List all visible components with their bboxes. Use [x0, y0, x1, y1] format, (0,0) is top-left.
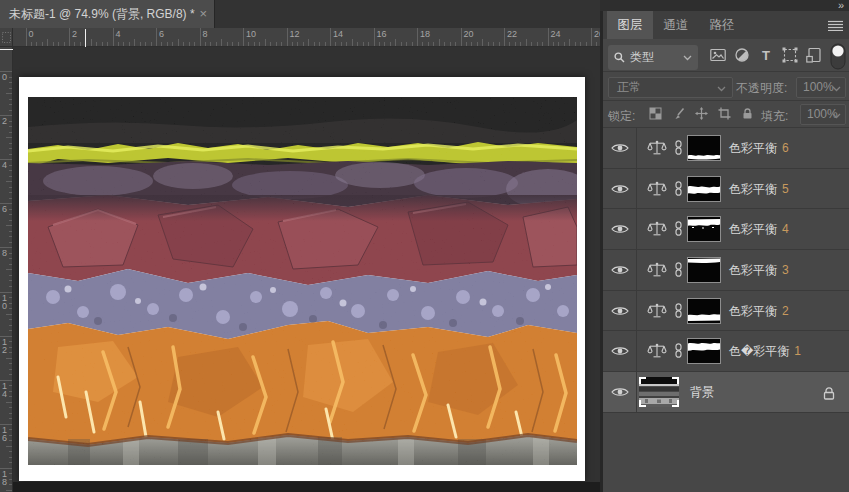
layer-mask-thumbnail[interactable] — [688, 136, 720, 160]
background-lock-icon[interactable] — [823, 386, 835, 400]
lock-transparency-icon[interactable] — [649, 107, 662, 120]
link-mask-icon[interactable] — [674, 181, 683, 196]
document-title: 未标题-1 @ 74.9% (背景, RGB/8) * — [9, 7, 195, 21]
document-tab[interactable]: 未标题-1 @ 74.9% (背景, RGB/8) * × — [0, 0, 215, 28]
pixel-layer-filter-icon[interactable] — [710, 47, 726, 63]
tab-close-icon[interactable]: × — [199, 0, 207, 28]
color-balance-scale-icon[interactable] — [647, 303, 667, 319]
type-layer-filter-icon[interactable]: T — [758, 47, 774, 63]
visibility-toggle[interactable] — [603, 209, 637, 249]
svg-text:T: T — [762, 48, 770, 63]
opacity-field[interactable]: 100% — [796, 77, 846, 98]
tab-channels[interactable]: 通道 — [653, 11, 699, 39]
link-mask-icon[interactable] — [674, 221, 683, 236]
lock-artboard-icon[interactable] — [718, 107, 731, 120]
link-mask-icon[interactable] — [674, 343, 683, 358]
blend-row: 正常 不透明度: 100% — [603, 72, 849, 101]
ruler-origin-dots-icon — [0, 28, 13, 47]
visibility-toggle[interactable] — [603, 372, 637, 412]
lock-label: 锁定: — [608, 108, 635, 125]
panel-menu-icon[interactable] — [828, 20, 843, 31]
layer-mask-thumbnail[interactable] — [688, 177, 720, 201]
color-balance-scale-icon[interactable] — [647, 221, 667, 237]
document-tabbar: 未标题-1 @ 74.9% (背景, RGB/8) * × — [0, 0, 600, 28]
filter-toggle[interactable] — [830, 43, 846, 70]
lock-all-icon[interactable] — [741, 107, 754, 120]
layer-row-color-balance-1[interactable]: 色�彩平衡1 — [603, 331, 849, 372]
visibility-toggle[interactable] — [603, 250, 637, 290]
background-layer-thumbnail[interactable] — [639, 377, 679, 407]
chevron-down-icon — [717, 86, 726, 92]
smart-object-filter-icon[interactable] — [806, 47, 822, 63]
visibility-toggle[interactable] — [603, 128, 637, 168]
shape-layer-filter-icon[interactable] — [782, 47, 798, 63]
lock-row: 锁定: 填充: 100% — [603, 101, 849, 128]
tab-layers[interactable]: 图层 — [607, 11, 653, 39]
color-balance-scale-icon[interactable] — [647, 262, 667, 278]
layer-filter-row: 类型 T — [603, 39, 849, 72]
fill-label: 填充: — [761, 108, 788, 125]
filter-kind-label: 类型 — [630, 45, 654, 70]
collapse-panel-icon[interactable]: » — [838, 0, 844, 11]
search-icon — [614, 52, 625, 63]
layer-mask-thumbnail[interactable] — [688, 258, 720, 282]
eye-icon — [611, 305, 629, 317]
layer-row-color-balance-5[interactable]: 色彩平衡5 — [603, 169, 849, 210]
ruler-cursor-marker-left — [0, 49, 13, 50]
eye-icon — [611, 264, 629, 276]
visibility-toggle[interactable] — [603, 169, 637, 209]
eye-icon — [611, 223, 629, 235]
eye-icon — [611, 183, 629, 195]
tab-paths[interactable]: 路径 — [699, 11, 745, 39]
ruler-top[interactable]: 02468101214161820222426 — [13, 28, 600, 47]
link-mask-icon[interactable] — [674, 140, 683, 155]
visibility-toggle[interactable] — [603, 331, 637, 371]
color-balance-scale-icon[interactable] — [647, 181, 667, 197]
canvas-bottom-strip — [13, 482, 600, 492]
layer-row-color-balance-4[interactable]: 色彩平衡4 — [603, 209, 849, 250]
layer-mask-thumbnail[interactable] — [688, 339, 720, 363]
lock-position-move-icon[interactable] — [695, 107, 708, 120]
color-balance-scale-icon[interactable] — [647, 343, 667, 359]
layer-name[interactable]: 背景 — [690, 372, 714, 413]
layer-name[interactable]: 色彩平衡3 — [729, 250, 789, 291]
eye-icon — [611, 142, 629, 154]
layer-row-color-balance-2[interactable]: 色彩平衡2 — [603, 291, 849, 332]
layer-row-background[interactable]: 背景 — [603, 372, 849, 413]
fill-field[interactable]: 100% — [800, 104, 846, 125]
ruler-origin-box[interactable] — [0, 28, 13, 47]
layer-name[interactable]: 色彩平衡6 — [729, 128, 789, 169]
link-mask-icon[interactable] — [674, 262, 683, 277]
layer-mask-thumbnail[interactable] — [688, 299, 720, 323]
layer-row-color-balance-3[interactable]: 色彩平衡3 — [603, 250, 849, 291]
ruler-cursor-marker-top — [85, 29, 86, 47]
panel-empty-area — [603, 413, 849, 492]
layer-name[interactable]: 色彩平衡4 — [729, 209, 789, 250]
photoshop-window: 未标题-1 @ 74.9% (背景, RGB/8) * × 0246810121… — [0, 0, 849, 492]
layer-row-color-balance-6[interactable]: 色彩平衡6 — [603, 128, 849, 169]
chevron-down-icon — [683, 55, 692, 61]
visibility-toggle[interactable] — [603, 291, 637, 331]
link-mask-icon[interactable] — [674, 303, 683, 318]
layer-name[interactable]: 色彩平衡5 — [729, 169, 789, 210]
chevron-down-icon — [832, 86, 841, 92]
layer-name[interactable]: 色彩平衡2 — [729, 291, 789, 332]
panel-collapse-strip: » — [600, 0, 849, 11]
opacity-label: 不透明度: — [736, 80, 787, 97]
panel-tabbar: 图层 通道 路径 — [603, 11, 849, 39]
layer-mask-thumbnail[interactable] — [688, 217, 720, 241]
lock-pixels-brush-icon[interactable] — [672, 107, 685, 120]
eye-icon — [611, 345, 629, 357]
adjustment-layer-filter-icon[interactable] — [734, 47, 750, 63]
layer-list: 色彩平衡6 色彩平衡5 — [603, 128, 849, 413]
layer-name[interactable]: 色�彩平衡1 — [729, 331, 801, 372]
sem-cross-section-image[interactable] — [28, 97, 577, 465]
color-balance-scale-icon[interactable] — [647, 140, 667, 156]
blend-mode-select[interactable]: 正常 — [608, 77, 733, 98]
chevron-down-icon — [832, 113, 841, 119]
filter-kind-select[interactable]: 类型 — [608, 45, 698, 70]
ruler-left[interactable]: 024681012141618 — [0, 47, 13, 492]
eye-icon — [611, 386, 629, 398]
